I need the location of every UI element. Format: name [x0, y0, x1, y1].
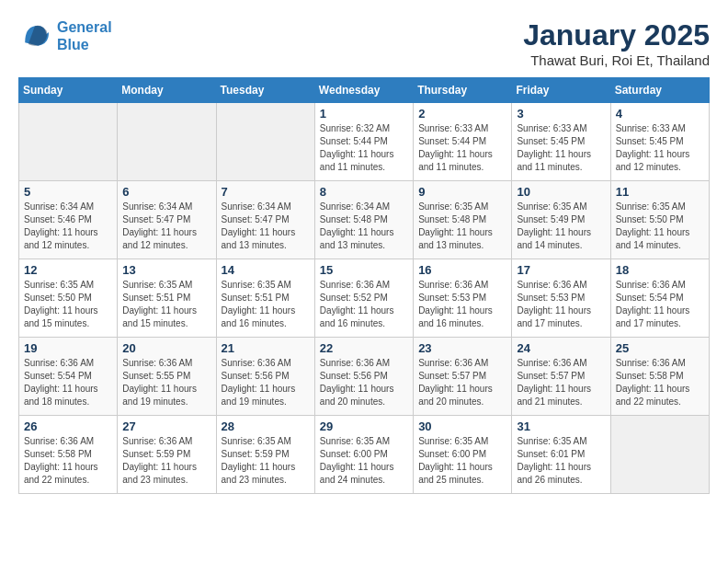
calendar-cell: 7Sunrise: 6:34 AM Sunset: 5:47 PM Daylig…	[216, 181, 314, 259]
header-thursday: Thursday	[414, 78, 512, 103]
header-wednesday: Wednesday	[314, 78, 413, 103]
day-info: Sunrise: 6:35 AM Sunset: 6:00 PM Dayligh…	[418, 435, 506, 487]
logo-text: General Blue	[57, 18, 112, 53]
day-number: 25	[616, 341, 704, 355]
calendar-cell: 5Sunrise: 6:34 AM Sunset: 5:46 PM Daylig…	[19, 181, 118, 259]
header-saturday: Saturday	[610, 78, 709, 103]
day-info: Sunrise: 6:36 AM Sunset: 5:56 PM Dayligh…	[222, 357, 310, 408]
calendar-cell: 18Sunrise: 6:36 AM Sunset: 5:54 PM Dayli…	[610, 259, 709, 338]
calendar-cell: 24Sunrise: 6:36 AM Sunset: 5:57 PM Dayli…	[512, 338, 610, 416]
day-info: Sunrise: 6:33 AM Sunset: 5:45 PM Dayligh…	[616, 122, 704, 174]
day-number: 2	[418, 107, 506, 121]
day-number: 27	[122, 419, 210, 433]
day-info: Sunrise: 6:36 AM Sunset: 5:57 PM Dayligh…	[418, 357, 506, 408]
calendar-header-row: Sunday Monday Tuesday Wednesday Thursday…	[19, 78, 710, 103]
day-number: 10	[517, 185, 605, 199]
day-number: 20	[122, 341, 210, 355]
header-friday: Friday	[512, 78, 610, 103]
logo-icon	[18, 19, 51, 52]
day-number: 17	[517, 263, 605, 277]
day-number: 26	[24, 419, 112, 433]
day-info: Sunrise: 6:36 AM Sunset: 5:53 PM Dayligh…	[418, 279, 506, 330]
day-number: 29	[320, 419, 408, 433]
calendar-row: 19Sunrise: 6:36 AM Sunset: 5:54 PM Dayli…	[19, 338, 710, 416]
calendar-cell: 28Sunrise: 6:35 AM Sunset: 5:59 PM Dayli…	[216, 416, 314, 494]
calendar-cell: 8Sunrise: 6:34 AM Sunset: 5:48 PM Daylig…	[314, 181, 413, 259]
day-number: 3	[517, 107, 605, 121]
location-subtitle: Thawat Buri, Roi Et, Thailand	[523, 52, 710, 68]
day-info: Sunrise: 6:35 AM Sunset: 5:50 PM Dayligh…	[616, 201, 704, 252]
day-info: Sunrise: 6:35 AM Sunset: 5:49 PM Dayligh…	[517, 201, 605, 252]
day-info: Sunrise: 6:36 AM Sunset: 5:52 PM Dayligh…	[320, 279, 408, 330]
day-info: Sunrise: 6:34 AM Sunset: 5:48 PM Dayligh…	[320, 201, 408, 252]
day-number: 8	[320, 185, 408, 199]
calendar-cell: 10Sunrise: 6:35 AM Sunset: 5:49 PM Dayli…	[512, 181, 610, 259]
day-info: Sunrise: 6:35 AM Sunset: 6:00 PM Dayligh…	[320, 435, 408, 487]
day-info: Sunrise: 6:34 AM Sunset: 5:47 PM Dayligh…	[122, 201, 210, 252]
calendar-cell: 25Sunrise: 6:36 AM Sunset: 5:58 PM Dayli…	[610, 338, 709, 416]
day-number: 28	[222, 419, 310, 433]
day-number: 15	[320, 263, 408, 277]
day-number: 6	[122, 185, 210, 199]
calendar-cell: 1Sunrise: 6:32 AM Sunset: 5:44 PM Daylig…	[314, 103, 413, 181]
calendar-cell: 30Sunrise: 6:35 AM Sunset: 6:00 PM Dayli…	[414, 416, 512, 494]
calendar-row: 26Sunrise: 6:36 AM Sunset: 5:58 PM Dayli…	[19, 416, 710, 494]
day-number: 30	[418, 419, 506, 433]
day-info: Sunrise: 6:36 AM Sunset: 5:58 PM Dayligh…	[616, 357, 704, 408]
day-info: Sunrise: 6:34 AM Sunset: 5:47 PM Dayligh…	[222, 201, 310, 252]
day-info: Sunrise: 6:34 AM Sunset: 5:46 PM Dayligh…	[24, 201, 112, 252]
day-number: 19	[24, 341, 112, 355]
calendar-cell: 27Sunrise: 6:36 AM Sunset: 5:59 PM Dayli…	[118, 416, 216, 494]
calendar-cell	[216, 103, 314, 181]
calendar-row: 5Sunrise: 6:34 AM Sunset: 5:46 PM Daylig…	[19, 181, 710, 259]
day-info: Sunrise: 6:35 AM Sunset: 5:59 PM Dayligh…	[222, 435, 310, 487]
calendar-cell	[19, 103, 118, 181]
calendar-cell: 21Sunrise: 6:36 AM Sunset: 5:56 PM Dayli…	[216, 338, 314, 416]
calendar-cell: 23Sunrise: 6:36 AM Sunset: 5:57 PM Dayli…	[414, 338, 512, 416]
day-info: Sunrise: 6:36 AM Sunset: 5:54 PM Dayligh…	[616, 279, 704, 330]
calendar-cell	[610, 416, 709, 494]
calendar-cell: 4Sunrise: 6:33 AM Sunset: 5:45 PM Daylig…	[610, 103, 709, 181]
day-number: 16	[418, 263, 506, 277]
day-number: 4	[616, 107, 704, 121]
calendar-cell: 13Sunrise: 6:35 AM Sunset: 5:51 PM Dayli…	[118, 259, 216, 338]
calendar-cell: 2Sunrise: 6:33 AM Sunset: 5:44 PM Daylig…	[414, 103, 512, 181]
day-info: Sunrise: 6:36 AM Sunset: 5:57 PM Dayligh…	[517, 357, 605, 408]
header-monday: Monday	[118, 78, 216, 103]
calendar-cell: 3Sunrise: 6:33 AM Sunset: 5:45 PM Daylig…	[512, 103, 610, 181]
day-info: Sunrise: 6:36 AM Sunset: 5:55 PM Dayligh…	[122, 357, 210, 408]
calendar-cell: 31Sunrise: 6:35 AM Sunset: 6:01 PM Dayli…	[512, 416, 610, 494]
calendar-cell: 16Sunrise: 6:36 AM Sunset: 5:53 PM Dayli…	[414, 259, 512, 338]
calendar-cell: 15Sunrise: 6:36 AM Sunset: 5:52 PM Dayli…	[314, 259, 413, 338]
calendar-cell: 22Sunrise: 6:36 AM Sunset: 5:56 PM Dayli…	[314, 338, 413, 416]
header-sunday: Sunday	[19, 78, 118, 103]
day-info: Sunrise: 6:32 AM Sunset: 5:44 PM Dayligh…	[320, 122, 408, 174]
calendar-cell: 11Sunrise: 6:35 AM Sunset: 5:50 PM Dayli…	[610, 181, 709, 259]
day-info: Sunrise: 6:35 AM Sunset: 6:01 PM Dayligh…	[517, 435, 605, 487]
day-info: Sunrise: 6:36 AM Sunset: 5:56 PM Dayligh…	[320, 357, 408, 408]
day-info: Sunrise: 6:33 AM Sunset: 5:45 PM Dayligh…	[517, 122, 605, 174]
calendar-cell: 14Sunrise: 6:35 AM Sunset: 5:51 PM Dayli…	[216, 259, 314, 338]
calendar-cell: 19Sunrise: 6:36 AM Sunset: 5:54 PM Dayli…	[19, 338, 118, 416]
month-title: January 2025	[523, 18, 710, 52]
header-tuesday: Tuesday	[216, 78, 314, 103]
calendar-cell: 9Sunrise: 6:35 AM Sunset: 5:48 PM Daylig…	[414, 181, 512, 259]
day-info: Sunrise: 6:36 AM Sunset: 5:58 PM Dayligh…	[24, 435, 112, 487]
calendar-cell: 20Sunrise: 6:36 AM Sunset: 5:55 PM Dayli…	[118, 338, 216, 416]
day-number: 14	[222, 263, 310, 277]
logo: General Blue	[18, 18, 112, 53]
page-header: General Blue January 2025 Thawat Buri, R…	[18, 18, 710, 68]
day-info: Sunrise: 6:36 AM Sunset: 5:53 PM Dayligh…	[517, 279, 605, 330]
day-info: Sunrise: 6:35 AM Sunset: 5:48 PM Dayligh…	[418, 201, 506, 252]
day-number: 12	[24, 263, 112, 277]
calendar-cell: 12Sunrise: 6:35 AM Sunset: 5:50 PM Dayli…	[19, 259, 118, 338]
day-number: 22	[320, 341, 408, 355]
calendar-cell: 26Sunrise: 6:36 AM Sunset: 5:58 PM Dayli…	[19, 416, 118, 494]
calendar-cell: 29Sunrise: 6:35 AM Sunset: 6:00 PM Dayli…	[314, 416, 413, 494]
calendar-cell	[118, 103, 216, 181]
calendar-table: Sunday Monday Tuesday Wednesday Thursday…	[18, 77, 710, 494]
day-info: Sunrise: 6:36 AM Sunset: 5:54 PM Dayligh…	[24, 357, 112, 408]
day-number: 1	[320, 107, 408, 121]
day-info: Sunrise: 6:35 AM Sunset: 5:51 PM Dayligh…	[122, 279, 210, 330]
day-number: 31	[517, 419, 605, 433]
